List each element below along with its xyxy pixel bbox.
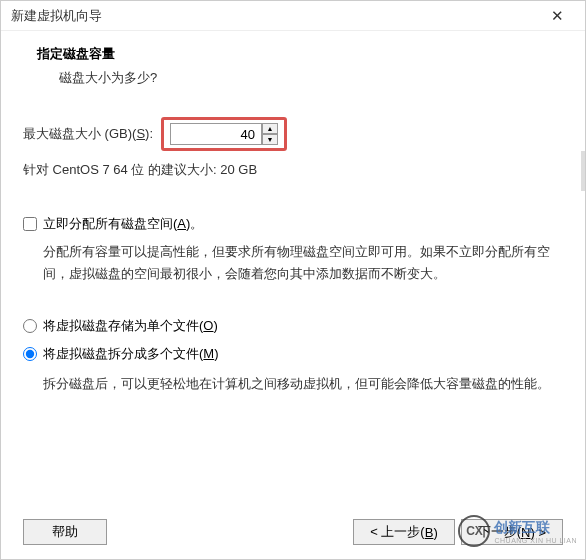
- watermark-text: 创新互联: [494, 519, 577, 537]
- single-file-row[interactable]: 将虚拟磁盘存储为单个文件(O): [23, 317, 565, 335]
- allocate-now-checkbox[interactable]: [23, 217, 37, 231]
- hotkey: O: [203, 318, 213, 333]
- allocate-now-row[interactable]: 立即分配所有磁盘空间(A)。: [23, 215, 565, 233]
- spinner-buttons: ▲ ▼: [262, 123, 278, 145]
- hotkey: B: [425, 525, 434, 540]
- recommended-size-text: 针对 CentOS 7 64 位 的建议大小: 20 GB: [23, 161, 565, 179]
- label-text: )。: [186, 216, 203, 231]
- label-text: ): [214, 346, 218, 361]
- back-button[interactable]: < 上一步(B): [353, 519, 455, 545]
- titlebar: 新建虚拟机向导 ✕: [1, 1, 585, 31]
- disk-size-input[interactable]: [170, 123, 262, 145]
- allocate-now-label: 立即分配所有磁盘空间(A)。: [43, 215, 203, 233]
- wizard-content: 最大磁盘大小 (GB)(S): ▲ ▼ 针对 CentOS 7 64 位 的建议…: [1, 97, 585, 395]
- hotkey: M: [203, 346, 214, 361]
- wizard-dialog: 新建虚拟机向导 ✕ 指定磁盘容量 磁盘大小为多少? 最大磁盘大小 (GB)(S)…: [0, 0, 586, 560]
- watermark-subtext: CHUANG XIN HU LIAN: [494, 537, 577, 544]
- hotkey: S: [136, 126, 145, 141]
- hotkey: A: [177, 216, 186, 231]
- label-text: ): [213, 318, 217, 333]
- label-text: 将虚拟磁盘存储为单个文件(: [43, 318, 203, 333]
- multi-file-row[interactable]: 将虚拟磁盘拆分成多个文件(M): [23, 345, 565, 363]
- label-text: 将虚拟磁盘拆分成多个文件(: [43, 346, 203, 361]
- label-text: < 上一步(: [370, 523, 425, 541]
- label-text: ):: [145, 126, 153, 141]
- close-icon: ✕: [551, 7, 564, 25]
- label-text: ): [433, 525, 437, 540]
- side-fragment: [581, 151, 585, 191]
- watermark: CX 创新互联 CHUANG XIN HU LIAN: [458, 515, 577, 547]
- disk-size-row: 最大磁盘大小 (GB)(S): ▲ ▼: [23, 117, 565, 151]
- label-text: 最大磁盘大小 (GB)(: [23, 126, 136, 141]
- single-file-label: 将虚拟磁盘存储为单个文件(O): [43, 317, 218, 335]
- window-title: 新建虚拟机向导: [11, 7, 102, 25]
- wizard-header: 指定磁盘容量 磁盘大小为多少?: [1, 31, 585, 97]
- help-button[interactable]: 帮助: [23, 519, 107, 545]
- disk-size-highlight: ▲ ▼: [161, 117, 287, 151]
- spin-up-button[interactable]: ▲: [262, 123, 278, 134]
- disk-size-label: 最大磁盘大小 (GB)(S):: [23, 125, 153, 143]
- storage-radio-group: 将虚拟磁盘存储为单个文件(O) 将虚拟磁盘拆分成多个文件(M) 拆分磁盘后，可以…: [23, 317, 565, 395]
- multi-file-desc: 拆分磁盘后，可以更轻松地在计算机之间移动虚拟机，但可能会降低大容量磁盘的性能。: [23, 373, 565, 395]
- page-subtitle: 磁盘大小为多少?: [37, 69, 565, 87]
- multi-file-label: 将虚拟磁盘拆分成多个文件(M): [43, 345, 219, 363]
- label-text: 立即分配所有磁盘空间(: [43, 216, 177, 231]
- spin-down-button[interactable]: ▼: [262, 134, 278, 145]
- watermark-text-block: 创新互联 CHUANG XIN HU LIAN: [494, 519, 577, 544]
- page-title: 指定磁盘容量: [37, 45, 565, 63]
- close-button[interactable]: ✕: [537, 2, 577, 30]
- watermark-logo-icon: CX: [458, 515, 490, 547]
- allocate-now-desc: 分配所有容量可以提高性能，但要求所有物理磁盘空间立即可用。如果不立即分配所有空间…: [23, 241, 565, 285]
- multi-file-radio[interactable]: [23, 347, 37, 361]
- single-file-radio[interactable]: [23, 319, 37, 333]
